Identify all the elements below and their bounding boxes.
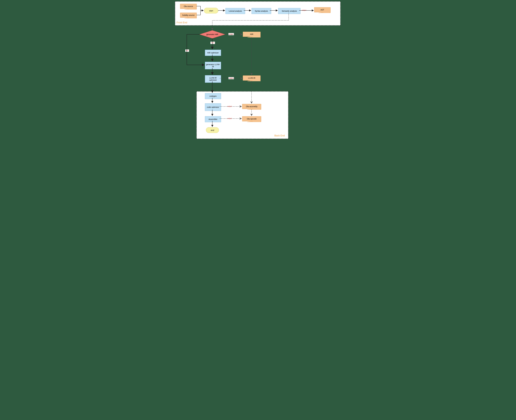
- semantic-process: Semantic analysis: [278, 8, 300, 14]
- output-label-semantic-ast: output: [301, 9, 307, 11]
- lexical-process: Lexical analysis: [225, 8, 245, 14]
- ola-assembly-doc: Ola-assmebly: [242, 104, 261, 109]
- flowchart-canvas: Front End Back End Ola-source Solidity-s…: [172, 0, 344, 140]
- no-label: NO: [185, 49, 189, 52]
- ola-source-doc: Ola-source: [180, 4, 197, 9]
- hir-optimizer-process: HIR optimizer: [205, 50, 221, 56]
- solidity-source-doc: Solidity-source: [180, 13, 197, 18]
- hir-doc: HIR: [243, 32, 261, 37]
- ast-doc: AST: [314, 7, 331, 12]
- output-label-assembler-opcode: output: [227, 117, 232, 120]
- generator-llvm-process: generator LLVM-IR: [205, 62, 221, 69]
- syntax-process: Syntax analysis: [252, 8, 271, 14]
- llvm-optimizer-process: LLVM-IR optimizer: [205, 75, 221, 83]
- output-label-codeopt-asm: output: [227, 105, 232, 107]
- assembler-process: Assembler: [205, 116, 221, 122]
- output-label-llvmopt-llvmir: output: [228, 77, 234, 79]
- ola-opcode-doc: Ola-opcode: [242, 116, 261, 121]
- start-terminator: start: [204, 8, 218, 13]
- output-label-genhir-hir: output: [228, 33, 234, 35]
- generator-hir-decision: generator HIR: [200, 30, 225, 38]
- llvm-ir-doc: LLVM-IR: [243, 75, 261, 81]
- codegen-process: codegen: [205, 93, 221, 99]
- back-end-label: Back End: [274, 134, 285, 137]
- front-end-label: Front End: [177, 21, 187, 24]
- code-optimizer-process: code optimizer: [205, 103, 221, 111]
- end-terminator: end: [206, 127, 219, 133]
- yes-label: YES: [210, 42, 215, 44]
